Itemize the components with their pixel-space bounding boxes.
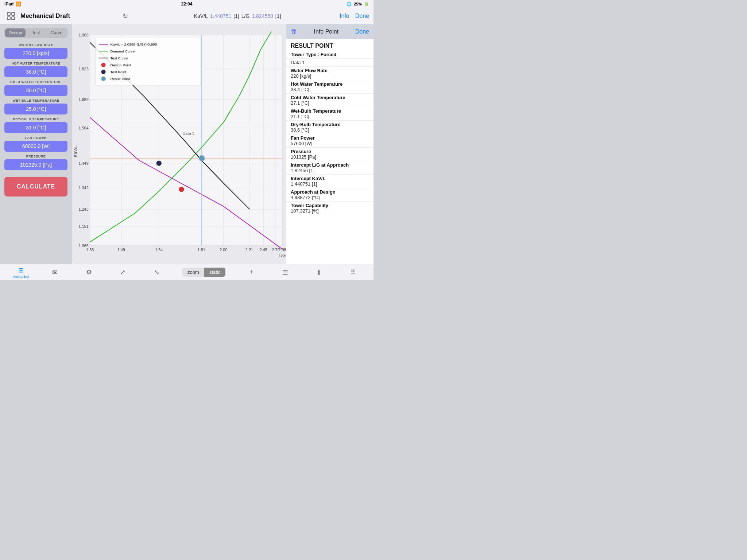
field-cold-water-temp: COLD WATER TEMPERATURE 30.0 [°C] — [4, 80, 67, 96]
settings-icon-button[interactable]: ⚙ — [81, 268, 97, 276]
wifi-icon: 📶 — [16, 1, 21, 7]
collapse-icon: ⤡ — [154, 268, 159, 276]
nav-right-buttons: Info Done — [340, 13, 369, 19]
svg-text:1.564: 1.564 — [78, 126, 88, 130]
result-row-0: Tower Type : Forced — [286, 51, 374, 59]
email-icon-button[interactable]: ✉ — [47, 268, 63, 276]
collapse-icon-button[interactable]: ⤡ — [148, 268, 165, 276]
status-time: 22:04 — [181, 1, 193, 7]
nav-bar: Mechanical Draft ↻ KaV/L 1.440751 [1] L/… — [0, 8, 374, 24]
left-panel: Design Test Curve WATER FLOW RATE 220.0 … — [0, 24, 72, 264]
field-dry-bulb-temp: DRY-BULB TEMPERATURE 31.0 [°C] — [4, 117, 67, 133]
info-icon-button[interactable]: ℹ — [311, 268, 327, 276]
field-label-3: WET-BULB TEMPERATURE — [4, 99, 67, 102]
info-panel-title: Info Point — [301, 28, 352, 35]
field-pressure: PRESSURE 101325.0 [Pa] — [4, 155, 67, 170]
field-label-5: FAN POWER — [4, 136, 67, 140]
dots-icon: ⠿ — [351, 268, 355, 276]
svg-text:Test Point: Test Point — [110, 70, 126, 74]
result-row-11: Approach at Design 4.988772 [°C] — [286, 188, 374, 202]
svg-text:2.45: 2.45 — [260, 248, 267, 252]
kav-unit: [1] — [233, 13, 239, 19]
svg-text:1.81: 1.81 — [198, 248, 205, 252]
zoom-button[interactable]: zoom — [182, 268, 204, 277]
result-point — [199, 155, 205, 161]
field-input-3[interactable]: 25.0 [°C] — [4, 104, 67, 114]
svg-text:KaV/L = 2.0988*(L/G)^-0.895: KaV/L = 2.0988*(L/G)^-0.895 — [110, 42, 157, 46]
list-icon-button[interactable]: ☰ — [277, 268, 293, 276]
chart-area[interactable]: 1.968 1.823 1.689 1.564 1.449 1.342 1.24… — [72, 24, 286, 264]
expand-icon-button[interactable]: ⤢ — [115, 268, 131, 276]
status-bar: iPad 📶 22:04 🌐 25% 🔋 — [0, 0, 374, 8]
svg-text:Demand Curve: Demand Curve — [110, 49, 135, 53]
static-button[interactable]: static — [204, 268, 225, 277]
field-water-flow-rate: WATER FLOW RATE 220.0 [kg/s] — [4, 43, 67, 59]
settings-icon: ⚙ — [86, 268, 92, 276]
done-button[interactable]: Done — [355, 13, 369, 19]
battery-icon: 🔋 — [364, 2, 369, 7]
battery-label: 25% — [354, 2, 362, 6]
svg-rect-0 — [7, 12, 10, 15]
field-label-6: PRESSURE — [4, 155, 67, 158]
list-icon: ☰ — [282, 268, 288, 276]
refresh-icon[interactable]: ↻ — [123, 12, 128, 20]
trash-icon[interactable]: 🗑 — [291, 28, 297, 35]
lg-unit: [1] — [275, 13, 281, 19]
svg-text:Data 1: Data 1 — [182, 131, 194, 136]
nav-kav-section: KaV/L 1.440751 [1] L/G 1.824560 [1] — [135, 13, 340, 19]
field-label-0: WATER FLOW RATE — [4, 43, 67, 47]
svg-text:1.449: 1.449 — [78, 161, 88, 166]
kav-value: 1.440751 — [210, 13, 231, 19]
svg-text:1.151: 1.151 — [78, 224, 88, 229]
page-title: Mechanical Draft — [20, 12, 123, 20]
result-row-9: Intercept L/G at Approach 1.82456 [1] — [286, 161, 374, 175]
field-input-1[interactable]: 36.0 [°C] — [4, 66, 67, 77]
result-row-8: Pressure 101325 [Pa] — [286, 148, 374, 161]
svg-text:L/G: L/G — [279, 253, 286, 258]
field-input-4[interactable]: 31.0 [°C] — [4, 122, 67, 133]
field-input-0[interactable]: 220.0 [kg/s] — [4, 48, 67, 59]
result-row-4: Cold Water Temperature 27.1 [°C] — [286, 94, 374, 107]
result-row-12: Tower Capability 107.3271 [%] — [286, 202, 374, 215]
dots-icon-button[interactable]: ⠿ — [345, 268, 361, 276]
mechanical-icon-button[interactable]: ⊞ Mechanical — [12, 266, 29, 279]
segment-test[interactable]: Test — [26, 28, 46, 37]
result-row-3: Hot Water Temperature 33.4 [°C] — [286, 80, 374, 94]
svg-text:1.35: 1.35 — [86, 248, 94, 252]
svg-text:Design Point: Design Point — [110, 63, 131, 67]
info-button[interactable]: Info — [340, 13, 349, 19]
info-done-button[interactable]: Done — [355, 28, 369, 35]
add-icon-button[interactable]: + — [243, 268, 259, 276]
svg-text:Result Point: Result Point — [110, 77, 130, 81]
info-panel-header: 🗑 Info Point Done — [286, 24, 374, 39]
field-label-2: COLD WATER TEMPERATURE — [4, 80, 67, 84]
svg-text:KaV/L: KaV/L — [73, 145, 78, 157]
segment-curve[interactable]: Curve — [46, 28, 67, 37]
field-fan-power: FAN POWER 60000.0 [W] — [4, 136, 67, 152]
field-input-5[interactable]: 60000.0 [W] — [4, 141, 67, 152]
zoom-static-group: zoom static — [182, 268, 225, 277]
lg-label: L/G — [241, 13, 250, 19]
svg-rect-3 — [12, 17, 15, 20]
add-icon: + — [249, 268, 253, 276]
mechanical-symbol: ⊞ — [18, 266, 24, 274]
grid-icon-button[interactable] — [4, 9, 18, 23]
ipad-label: iPad — [4, 1, 13, 7]
field-label-1: HOT WATER TEMPERATURE — [4, 62, 67, 65]
result-row-6: Dry-Bulb Temperature 30.6 [°C] — [286, 121, 374, 134]
field-label-4: DRY-BULB TEMPERATURE — [4, 117, 67, 121]
calculate-button[interactable]: CALCULATE — [4, 177, 67, 197]
svg-point-56 — [101, 70, 106, 74]
field-input-2[interactable]: 30.0 [°C] — [4, 85, 67, 96]
info-panel: 🗑 Info Point Done RESULT POINT Tower Typ… — [286, 24, 374, 264]
svg-text:2.00: 2.00 — [220, 248, 227, 252]
svg-text:1.968: 1.968 — [78, 33, 88, 38]
status-right: 🌐 25% 🔋 — [347, 2, 369, 7]
svg-text:1.243: 1.243 — [78, 207, 88, 211]
svg-text:1.689: 1.689 — [78, 97, 88, 102]
field-input-6[interactable]: 101325.0 [Pa] — [4, 159, 67, 170]
svg-text:2.98: 2.98 — [278, 248, 286, 252]
result-row-5: Wet-Bulb Temperature 21.1 [°C] — [286, 107, 374, 121]
svg-point-54 — [101, 63, 106, 67]
segment-design[interactable]: Design — [5, 28, 26, 37]
